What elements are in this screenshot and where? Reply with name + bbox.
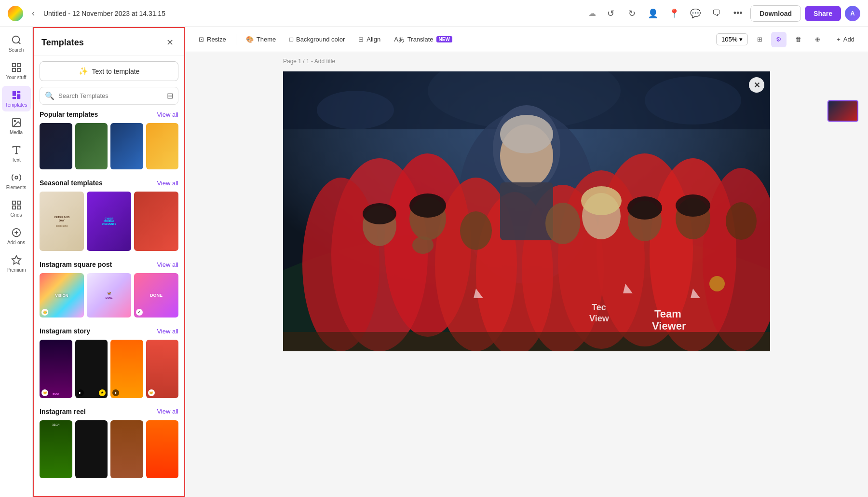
resize-button[interactable]: ⊡ Resize — [193, 33, 232, 46]
sidebar-item-your-stuff[interactable]: Your stuff — [2, 58, 31, 84]
search-input[interactable] — [58, 92, 163, 99]
theme-button[interactable]: 🎨 Theme — [240, 33, 282, 46]
insta-sq-template-done[interactable]: DONE ✓ — [134, 273, 178, 318]
chat-icon[interactable]: 💬 — [687, 5, 704, 22]
svg-text:View: View — [589, 314, 610, 323]
svg-point-62 — [627, 196, 662, 220]
canva-logo — [8, 6, 23, 21]
svg-rect-8 — [16, 94, 20, 99]
template-item[interactable] — [40, 123, 72, 169]
instagram-reel-grid: 10.14 — [40, 420, 178, 479]
sidebar-item-premium[interactable]: Premium — [2, 251, 31, 276]
topbar: ‹ Untitled - 12 November 2023 at 14.31.1… — [0, 0, 868, 27]
svg-rect-6 — [12, 91, 15, 96]
cyber-monday-template[interactable]: CyberMondayDiscounts — [87, 192, 131, 251]
share-button[interactable]: Share — [805, 6, 841, 21]
panel-header: Templates ✕ — [34, 28, 184, 55]
undo-button[interactable]: ↺ — [602, 5, 619, 22]
panel-content[interactable]: ✨ Text to template 🔍 ⊟ Popular templates… — [34, 55, 184, 496]
reel-template-1[interactable]: 10.14 — [40, 420, 72, 479]
close-panel-button[interactable]: ✕ — [163, 36, 176, 49]
svg-line-1 — [18, 42, 20, 44]
add-page-button[interactable]: + Add — [831, 33, 860, 46]
sidebar-item-add-ons[interactable]: Add-ons — [2, 223, 31, 249]
sidebar-item-templates[interactable]: Templates — [2, 86, 31, 111]
more-button[interactable]: ⊕ — [810, 32, 825, 47]
theme-icon: 🎨 — [246, 36, 254, 43]
canvas-image[interactable]: Team Viewer Tec View — [283, 71, 770, 351]
sidebar-item-search[interactable]: Search — [2, 31, 31, 56]
svg-rect-16 — [17, 201, 20, 204]
align-button[interactable]: ⊟ Align — [353, 33, 386, 46]
grid-overlay-button[interactable]: ⊞ — [752, 32, 767, 47]
filter-icon[interactable]: ⊟ — [167, 91, 173, 100]
comments-icon[interactable]: 🗨 — [708, 5, 725, 22]
instagram-story-section-header: Instagram story View all — [40, 327, 178, 335]
popular-templates-title: Popular templates — [40, 110, 98, 118]
translate-icon: Aあ — [394, 35, 405, 44]
svg-rect-3 — [17, 64, 20, 67]
svg-point-61 — [581, 186, 622, 215]
instagram-square-title: Instagram square post — [40, 261, 112, 268]
story-template-3[interactable]: ▶ — [110, 340, 143, 398]
instagram-square-view-all[interactable]: View all — [157, 261, 178, 268]
location-icon[interactable]: 📍 — [665, 5, 683, 22]
templates-panel: Templates ✕ ✨ Text to template 🔍 ⊟ Popul… — [33, 27, 185, 497]
page-thumbnail[interactable] — [827, 100, 858, 122]
svg-point-64 — [412, 236, 434, 254]
template-item[interactable] — [75, 123, 108, 169]
popular-templates-view-all[interactable]: View all — [157, 111, 178, 118]
search-icon: 🔍 — [45, 91, 54, 100]
insta-sq-template-butterfly[interactable]: 🦋DONE — [87, 273, 131, 318]
more-options-icon[interactable]: ••• — [729, 5, 746, 22]
template-item[interactable] — [146, 123, 179, 169]
instagram-square-section-header: Instagram square post View all — [40, 261, 178, 268]
background-color-button[interactable]: □ Background color — [284, 33, 351, 46]
svg-point-11 — [14, 120, 15, 122]
instagram-reel-view-all[interactable]: View all — [157, 408, 178, 415]
sidebar-item-text[interactable]: Text — [2, 141, 31, 166]
svg-point-54 — [545, 203, 580, 244]
plus-icon: + — [837, 36, 841, 43]
story-template-1[interactable]: BOO! ▶ 👑 — [40, 340, 72, 398]
people-icon[interactable]: 👤 — [644, 5, 662, 22]
workspace[interactable]: Page 1 / 1 - Add title — [185, 52, 868, 497]
nav-back[interactable]: ‹ — [29, 6, 38, 20]
sidebar-item-grids[interactable]: Grids — [2, 196, 31, 221]
sidebar-item-elements[interactable]: Elements — [2, 168, 31, 194]
delete-button[interactable]: 🗑 — [790, 32, 806, 47]
seasonal-templates-title: Seasonal templates — [40, 179, 103, 187]
sidebar-item-media[interactable]: Media — [2, 113, 31, 139]
bg-color-icon: □ — [289, 36, 293, 43]
template-item[interactable] — [110, 123, 143, 169]
svg-rect-2 — [12, 64, 15, 67]
user-avatar[interactable]: A — [845, 6, 860, 21]
text-to-template-button[interactable]: ✨ Text to template — [40, 61, 178, 81]
red-sale-template[interactable] — [134, 192, 178, 251]
instagram-story-title: Instagram story — [40, 327, 90, 335]
svg-marker-22 — [12, 256, 20, 264]
reel-template-2[interactable] — [75, 420, 108, 479]
svg-rect-44 — [500, 182, 553, 240]
veterans-day-template[interactable]: VETERANSDAY celebrating — [40, 192, 84, 251]
settings-button[interactable]: ⚙ — [771, 32, 787, 47]
reel-template-3[interactable] — [110, 420, 143, 479]
instagram-story-view-all[interactable]: View all — [157, 328, 178, 335]
thumbnail-strip — [827, 100, 858, 125]
canvas-close-button[interactable]: ✕ — [749, 77, 764, 93]
svg-rect-4 — [17, 69, 20, 71]
svg-rect-5 — [12, 69, 15, 71]
doc-title: Untitled - 12 November 2023 at 14.31.15 — [43, 10, 583, 17]
download-button[interactable]: Download — [750, 5, 801, 22]
seasonal-templates-view-all[interactable]: View all — [157, 179, 178, 187]
story-template-4[interactable]: 👑 — [146, 340, 179, 398]
translate-button[interactable]: Aあ Translate NEW — [388, 32, 458, 47]
reel-template-4[interactable] — [146, 420, 179, 479]
svg-text:Tec: Tec — [592, 303, 606, 312]
page-label: Page 1 / 1 - Add title — [283, 58, 335, 65]
story-template-2[interactable]: ▶ ★ — [75, 340, 108, 398]
svg-text:Team: Team — [654, 308, 681, 320]
redo-button[interactable]: ↻ — [623, 5, 640, 22]
insta-sq-template-vision[interactable]: VISION 👑 — [40, 273, 84, 318]
zoom-control[interactable]: 105% ▾ — [716, 33, 748, 45]
